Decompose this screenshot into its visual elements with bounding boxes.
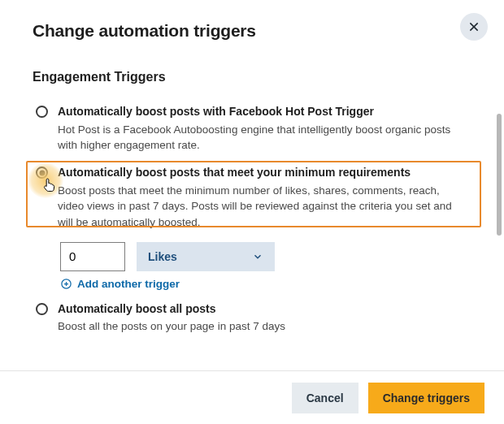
trigger-criteria-row: Likes — [60, 242, 468, 271]
option-content: Automatically boost posts with Facebook … — [58, 104, 468, 154]
modal-body: Change automation triggers Engagement Tr… — [0, 0, 504, 366]
close-button[interactable] — [460, 13, 488, 41]
close-icon — [467, 20, 480, 33]
option-boost-all[interactable]: Automatically boost all posts Boost all … — [36, 301, 468, 335]
option-content: Automatically boost posts that meet your… — [58, 165, 468, 231]
option-desc: Boost all the posts on your page in past… — [58, 318, 468, 335]
radio-icon[interactable] — [36, 106, 48, 118]
add-trigger-label: Add another trigger — [77, 278, 180, 290]
modal-header: Change automation triggers — [33, 21, 471, 41]
add-trigger-link[interactable]: Add another trigger — [60, 278, 468, 290]
option-list: Automatically boost posts with Facebook … — [33, 104, 471, 335]
scrollbar[interactable] — [497, 114, 502, 236]
modal-footer: Cancel Change triggers — [0, 370, 504, 424]
radio-icon[interactable] — [36, 303, 48, 315]
radio-icon[interactable] — [36, 167, 48, 179]
option-title: Automatically boost posts with Facebook … — [58, 104, 468, 119]
option-content: Automatically boost all posts Boost all … — [58, 301, 468, 335]
metric-select[interactable]: Likes — [137, 242, 275, 271]
option-min-requirements[interactable]: Automatically boost posts that meet your… — [36, 165, 468, 231]
chevron-down-icon — [252, 251, 263, 262]
modal-title: Change automation triggers — [33, 21, 256, 41]
change-triggers-button[interactable]: Change triggers — [368, 383, 484, 413]
plus-circle-icon — [60, 278, 72, 290]
threshold-input[interactable] — [60, 242, 125, 271]
option-desc: Hot Post is a Facebook Autoboosting engi… — [58, 122, 468, 154]
section-title: Engagement Triggers — [33, 70, 471, 84]
cancel-button[interactable]: Cancel — [292, 383, 358, 413]
option-title: Automatically boost all posts — [58, 301, 468, 317]
metric-select-label: Likes — [148, 250, 177, 263]
option-hot-post[interactable]: Automatically boost posts with Facebook … — [36, 104, 468, 154]
option-title: Automatically boost posts that meet your… — [58, 165, 468, 180]
option-desc: Boost posts that meet the minimum number… — [58, 183, 468, 231]
